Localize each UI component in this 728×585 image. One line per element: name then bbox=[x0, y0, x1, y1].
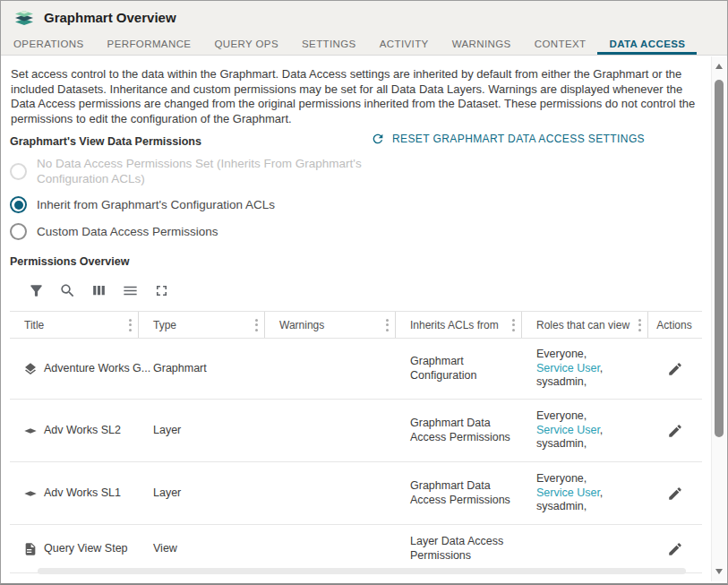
row-roles: Everyone, Service User, sysadmin, bbox=[522, 472, 648, 514]
vertical-scrollbar[interactable] bbox=[711, 56, 726, 581]
table-toolbar bbox=[28, 281, 702, 299]
layer-icon bbox=[23, 424, 38, 438]
radio-no-permissions-set[interactable]: No Data Access Permissions Set (Inherits… bbox=[10, 156, 702, 186]
column-label: Actions bbox=[656, 319, 691, 331]
tab-performance[interactable]: PERFORMANCE bbox=[96, 34, 203, 55]
row-type: Layer bbox=[139, 424, 265, 438]
radio-label: No Data Access Permissions Set (Inherits… bbox=[37, 156, 435, 186]
row-actions bbox=[648, 420, 702, 442]
tab-operations[interactable]: OPERATIONS bbox=[2, 34, 96, 55]
role-everyone: Everyone, bbox=[536, 409, 587, 422]
radio-circle-icon[interactable] bbox=[10, 196, 27, 213]
row-type: Layer bbox=[139, 486, 265, 501]
edit-pencil-icon bbox=[667, 486, 683, 502]
view-permissions-header-row: Graphmart's View Data Permissions RESET … bbox=[10, 133, 702, 148]
row-type: Graphmart bbox=[139, 362, 265, 376]
radio-custom-permissions[interactable]: Custom Data Access Permissions bbox=[10, 223, 702, 240]
kebab-menu-icon[interactable] bbox=[637, 317, 643, 333]
density-icon[interactable] bbox=[122, 282, 139, 299]
column-header-actions: Actions bbox=[648, 312, 702, 338]
role-sysadmin: sysadmin, bbox=[536, 437, 587, 450]
edit-pencil-icon bbox=[667, 541, 683, 557]
radio-label: Custom Data Access Permissions bbox=[37, 224, 218, 239]
row-title: Adventure Works G... bbox=[44, 362, 150, 376]
row-inherits-acls: Graphmart Data Access Permissions bbox=[396, 479, 522, 507]
column-header-type[interactable]: Type bbox=[139, 312, 265, 338]
edit-pencil-icon bbox=[667, 423, 683, 439]
columns-icon[interactable] bbox=[90, 282, 107, 299]
row-roles: Everyone, Service User, sysadmin, bbox=[522, 409, 648, 452]
column-label: Roles that can view bbox=[536, 319, 630, 331]
tab-warnings[interactable]: WARNINGS bbox=[441, 34, 523, 55]
column-label: Title bbox=[24, 319, 44, 331]
role-service-user-link[interactable]: Service User bbox=[536, 486, 600, 499]
column-label: Inherits ACLs from bbox=[410, 319, 499, 331]
table-header-row: Title Type Warnings Inherits ACLs from R… bbox=[10, 312, 702, 339]
permissions-overview-heading: Permissions Overview bbox=[10, 255, 702, 268]
row-actions bbox=[648, 358, 702, 380]
column-header-roles[interactable]: Roles that can view bbox=[522, 312, 648, 338]
permissions-table: Title Type Warnings Inherits ACLs from R… bbox=[10, 311, 702, 573]
row-roles: Everyone, Service User, sysadmin, bbox=[522, 348, 648, 390]
layers-icon bbox=[23, 362, 38, 376]
row-title: Query View Step bbox=[44, 542, 128, 556]
row-inherits-acls: Graphmart Configuration bbox=[396, 355, 522, 383]
row-title-cell: Adventure Works G... bbox=[10, 362, 139, 376]
radio-inherit-configuration-acls[interactable]: Inherit from Graphmart's Configuration A… bbox=[10, 196, 702, 213]
scrollbar-thumb[interactable] bbox=[715, 80, 724, 437]
row-title: Adv Works SL1 bbox=[44, 486, 121, 501]
table-row[interactable]: Query View Step View Layer Data Access P… bbox=[10, 525, 702, 573]
column-header-inherits-acls[interactable]: Inherits ACLs from bbox=[396, 312, 522, 338]
row-inherits-acls: Graphmart Data Access Permissions bbox=[396, 417, 522, 444]
role-service-user-link[interactable]: Service User bbox=[536, 424, 600, 436]
row-title-cell: Adv Works SL2 bbox=[10, 424, 139, 438]
kebab-menu-icon[interactable] bbox=[253, 317, 260, 333]
tab-query-ops[interactable]: QUERY OPS bbox=[202, 34, 290, 55]
view-permissions-radio-group: No Data Access Permissions Set (Inherits… bbox=[10, 156, 702, 240]
table-row[interactable]: Adventure Works G... Graphmart Graphmart… bbox=[10, 339, 702, 400]
graphmart-layers-icon bbox=[13, 8, 36, 28]
row-actions bbox=[648, 483, 702, 504]
reset-button-label: RESET GRAPHMART DATA ACCESS SETTINGS bbox=[392, 133, 645, 145]
tab-settings[interactable]: SETTINGS bbox=[290, 34, 368, 55]
kebab-menu-icon[interactable] bbox=[127, 317, 133, 333]
tab-data-access[interactable]: DATA ACCESS bbox=[597, 34, 697, 55]
edit-permissions-button[interactable] bbox=[664, 358, 686, 380]
layer-icon bbox=[23, 486, 38, 501]
role-everyone: Everyone, bbox=[536, 472, 587, 485]
tab-activity[interactable]: ACTIVITY bbox=[368, 34, 441, 55]
kebab-menu-icon[interactable] bbox=[510, 317, 517, 333]
row-title-cell: Query View Step bbox=[10, 542, 139, 556]
filter-icon[interactable] bbox=[28, 282, 45, 299]
view-permissions-heading: Graphmart's View Data Permissions bbox=[10, 135, 201, 148]
role-separator: , bbox=[600, 362, 603, 374]
view-file-icon bbox=[23, 542, 38, 556]
graphmart-overview-window: Graphmart Overview OPERATIONS PERFORMANC… bbox=[0, 0, 728, 585]
table-row[interactable]: Adv Works SL1 Layer Graphmart Data Acces… bbox=[10, 462, 702, 525]
role-sysadmin: sysadmin, bbox=[536, 500, 587, 512]
search-icon[interactable] bbox=[59, 282, 76, 299]
edit-permissions-button[interactable] bbox=[664, 483, 686, 504]
table-row[interactable]: Adv Works SL2 Layer Graphmart Data Acces… bbox=[10, 400, 702, 462]
row-title: Adv Works SL2 bbox=[44, 424, 121, 438]
row-inherits-acls: Layer Data Access Permissions bbox=[396, 535, 522, 563]
scroll-down-arrow-icon[interactable] bbox=[715, 569, 723, 574]
horizontal-scrollbar[interactable] bbox=[38, 568, 686, 574]
expand-icon[interactable] bbox=[153, 282, 170, 299]
tab-context[interactable]: CONTEXT bbox=[523, 34, 598, 55]
column-header-title[interactable]: Title bbox=[10, 312, 139, 338]
edit-permissions-button[interactable] bbox=[664, 420, 686, 442]
role-service-user-link[interactable]: Service User bbox=[536, 362, 600, 374]
column-header-warnings[interactable]: Warnings bbox=[265, 312, 396, 338]
scroll-up-arrow-icon[interactable] bbox=[715, 64, 723, 69]
page-title: Graphmart Overview bbox=[44, 10, 176, 25]
kebab-menu-icon[interactable] bbox=[384, 317, 390, 333]
radio-circle-icon[interactable] bbox=[10, 163, 27, 180]
radio-circle-icon[interactable] bbox=[10, 223, 27, 240]
column-label: Warnings bbox=[279, 319, 324, 331]
reset-data-access-button[interactable]: RESET GRAPHMART DATA ACCESS SETTINGS bbox=[371, 132, 645, 146]
edit-permissions-button[interactable] bbox=[664, 538, 686, 560]
column-label: Type bbox=[153, 319, 176, 331]
radio-label: Inherit from Graphmart's Configuration A… bbox=[37, 197, 275, 212]
row-type: View bbox=[139, 542, 265, 556]
